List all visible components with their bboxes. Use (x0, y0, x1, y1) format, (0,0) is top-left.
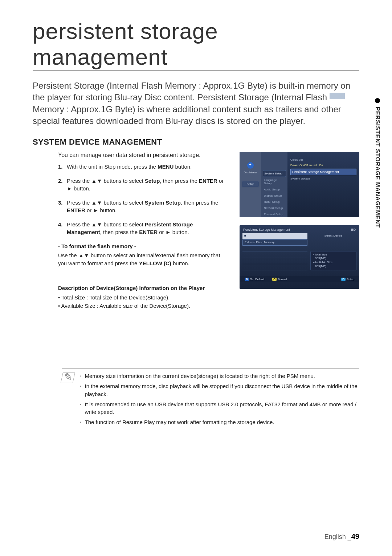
osd-submenu: System Setup Language Setup Audio Setup … (261, 152, 287, 217)
notes-list: Memory size information on the current d… (80, 372, 359, 428)
intro-text: You can manage user data stored in persi… (58, 152, 229, 158)
desc-heading: Description of Device(Storage) Informati… (58, 284, 229, 293)
settings-icon (247, 162, 254, 169)
notes-block: ✎ Memory size information on the current… (62, 368, 359, 428)
page-title: persistent storage management (33, 18, 359, 70)
page-footer: English _49 (324, 532, 359, 541)
osd-disclaimer: Disclaimer (242, 171, 259, 177)
section-heading: SYSTEM DEVICE MANAGEMENT (33, 137, 359, 147)
lead-paragraph: Persistent Storage (Internal Flash Memor… (33, 80, 359, 127)
page-number: 49 (351, 532, 359, 540)
step-2: 2. Press the ▲▼ buttons to select Setup,… (58, 177, 229, 192)
step-4: 4. Press the ▲▼ buttons to select Persis… (58, 221, 229, 236)
osd-detail: Clock Set Power On/Off sound : On Persis… (287, 152, 359, 217)
osd-system-setup: System Setup (263, 170, 286, 177)
osd2-external-memory: External Flash Memory (242, 239, 307, 246)
osd2-info-panel: Select Device • Total Size 953(MB) • Ava… (310, 233, 357, 274)
desc-available: Available Size : Available size of the D… (58, 302, 229, 310)
instructions-column: You can manage user data stored in persi… (33, 152, 229, 310)
osd2-title: Persistent Storage Management (243, 228, 290, 231)
step-1: 1. With the unit in Stop mode, press the… (58, 163, 229, 170)
decorative-bar (330, 93, 345, 99)
osd-setup-menu: Disclaimer Setup System Setup Language S… (240, 152, 359, 217)
osd2-select-device: Select Device (310, 234, 357, 237)
osd2-footer: BSet Default CFormat DSetup (240, 276, 359, 282)
step-3: 3. Press the ▲▼ buttons to select System… (58, 199, 229, 214)
osd-psm-screen: Persistent Storage Management BD ■ Exter… (240, 225, 359, 289)
osd2-device-list: ■ External Flash Memory (242, 233, 307, 274)
note-icon: ✎ (61, 372, 75, 383)
osd-psm-highlight: Persistent Storage Management (290, 169, 356, 175)
osd-setup-selected: Setup (242, 181, 259, 187)
step-list: 1. With the unit in Stop mode, press the… (58, 163, 229, 236)
footer-lang: English _ (324, 533, 351, 540)
desc-total: Total Size : Total size of the Device(St… (58, 294, 229, 302)
format-heading: - To format the flash memory - (58, 242, 229, 250)
format-instructions: - To format the flash memory - Use the ▲… (58, 242, 229, 267)
osd2-badge: BD (351, 228, 356, 231)
device-description: Description of Device(Storage) Informati… (58, 284, 229, 310)
osd2-sizes: • Total Size 953(MB) • Available Size 88… (310, 251, 357, 270)
screenshots-column: Disclaimer Setup System Setup Language S… (240, 152, 359, 310)
